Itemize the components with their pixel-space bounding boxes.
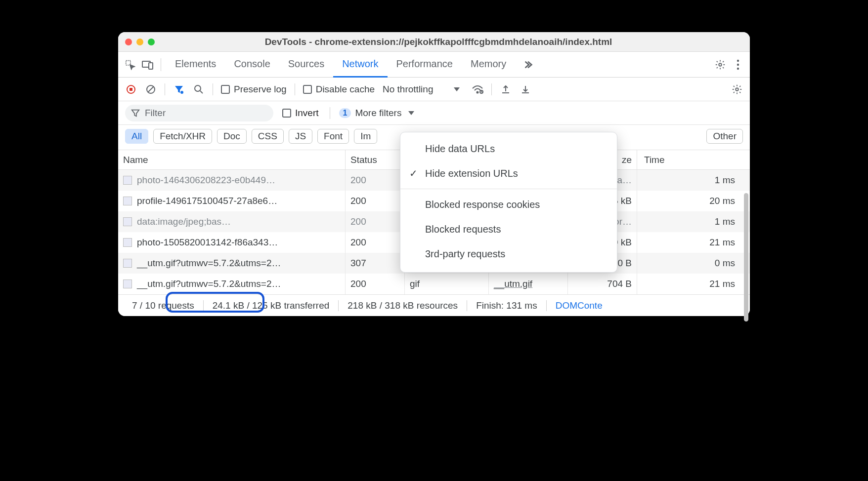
clear-button[interactable] [143,81,159,97]
table-row[interactable]: __utm.gif?utmwv=5.7.2&utms=2…200gif__utm… [118,274,750,294]
request-time: 1 ms [637,211,750,232]
request-status: 200 [346,170,405,191]
throttling-select[interactable]: No throttling [381,84,462,95]
request-name: photo-1505820013142-f86a343… [137,237,278,248]
chip-other[interactable]: Other [706,129,743,144]
window-title: DevTools - chrome-extension://pejkokffka… [164,37,743,47]
chip-all[interactable]: All [125,129,148,144]
file-icon [123,197,132,205]
svg-point-6 [737,67,739,69]
tab-sources[interactable]: Sources [279,52,333,78]
col-name[interactable]: Name [118,150,346,169]
zoom-window-button[interactable] [148,39,155,45]
more-filters-count: 1 [339,108,351,118]
network-conditions-icon[interactable] [470,81,485,97]
tab-console[interactable]: Console [225,52,279,78]
svg-rect-2 [149,63,153,69]
invert-checkbox[interactable]: Invert [280,108,321,119]
network-settings-gear-icon[interactable] [729,81,745,97]
svg-point-3 [719,63,722,66]
svg-rect-8 [130,88,132,91]
upload-har-icon[interactable] [498,81,514,97]
svg-point-4 [737,59,739,61]
checkbox-icon [303,85,312,94]
request-status: 200 [346,211,405,232]
status-domcontent: DOMConte [547,300,611,311]
request-time: 21 ms [637,232,750,253]
chip-fetchxhr[interactable]: Fetch/XHR [153,129,212,144]
preserve-log-label: Preserve log [234,84,287,95]
svg-line-13 [200,91,203,93]
request-name: photo-1464306208223-e0b449… [137,175,275,186]
filter-input[interactable]: Filter [125,105,273,121]
tab-memory[interactable]: Memory [462,52,515,78]
filter-funnel-icon[interactable] [171,81,187,97]
separator [165,83,165,95]
preserve-log-checkbox[interactable]: Preserve log [219,84,289,95]
checkbox-icon [221,85,230,94]
file-icon [123,238,132,247]
search-icon[interactable] [191,81,207,97]
tab-performance[interactable]: Performance [388,52,462,78]
request-status: 200 [346,232,405,253]
devtools-tabs: ElementsConsoleSourcesNetworkPerformance… [118,52,750,78]
menu-item-blocked-requests[interactable]: Blocked requests [400,217,617,241]
menu-item-hide-extension-urls[interactable]: Hide extension URLs [400,161,617,186]
more-filters-dropdown[interactable]: 1 More filters [339,108,415,119]
network-toolbar: Preserve log Disable cache No throttling [118,78,750,101]
disable-cache-checkbox[interactable]: Disable cache [301,84,377,95]
request-time: 20 ms [637,191,750,211]
chip-css[interactable]: CSS [252,129,284,144]
settings-gear-icon[interactable] [712,57,728,73]
chip-js[interactable]: JS [289,129,312,144]
caret-down-icon [408,111,414,115]
menu-item--rd-party-requests[interactable]: 3rd-party requests [400,241,617,266]
download-har-icon[interactable] [518,81,533,97]
status-requests: 7 / 10 requests [123,300,204,311]
tab-elements[interactable]: Elements [166,52,225,78]
window-controls [125,39,155,45]
device-toolbar-icon[interactable] [140,57,156,73]
scrollbar-thumb[interactable] [744,193,748,321]
menu-item-blocked-response-cookies[interactable]: Blocked response cookies [400,192,617,217]
request-time: 0 ms [637,253,750,274]
kebab-menu-icon[interactable] [730,57,746,73]
menu-item-hide-data-urls[interactable]: Hide data URLs [400,136,617,161]
request-status: 307 [346,253,405,274]
more-filters-label: More filters [355,108,401,119]
more-tabs-icon[interactable] [520,57,536,73]
status-resources: 218 kB / 318 kB resources [339,300,467,311]
request-size: 704 B [568,274,637,294]
checkbox-icon [282,109,291,118]
record-button[interactable] [123,81,139,97]
request-type: gif [405,274,489,294]
filter-placeholder: Filter [145,108,166,119]
request-name: __utm.gif?utmwv=5.7.2&utms=2… [137,258,281,269]
funnel-icon [131,109,140,118]
throttling-label: No throttling [383,84,433,95]
file-icon [123,176,132,185]
titlebar: DevTools - chrome-extension://pejkokffka… [118,32,750,52]
chip-im[interactable]: Im [354,129,377,144]
minimize-window-button[interactable] [136,39,143,45]
close-window-button[interactable] [125,39,132,45]
request-name: profile-1496175100457-27a8e6… [137,196,277,206]
col-time[interactable]: Time [637,150,750,169]
request-status: 200 [346,274,405,294]
file-icon [123,217,132,226]
separator [213,83,213,95]
request-time: 1 ms [637,170,750,191]
separator [491,83,492,95]
svg-point-12 [195,85,201,91]
svg-point-16 [736,88,738,91]
svg-point-11 [180,91,183,94]
request-time: 21 ms [637,274,750,294]
tab-network[interactable]: Network [333,52,387,78]
request-name: data:image/jpeg;bas… [137,216,231,227]
col-status[interactable]: Status [346,150,405,169]
inspect-element-icon[interactable] [122,57,138,73]
chip-doc[interactable]: Doc [217,129,247,144]
request-initiator: __utm.gif [489,274,568,294]
request-status: 200 [346,191,405,211]
chip-font[interactable]: Font [317,129,349,144]
